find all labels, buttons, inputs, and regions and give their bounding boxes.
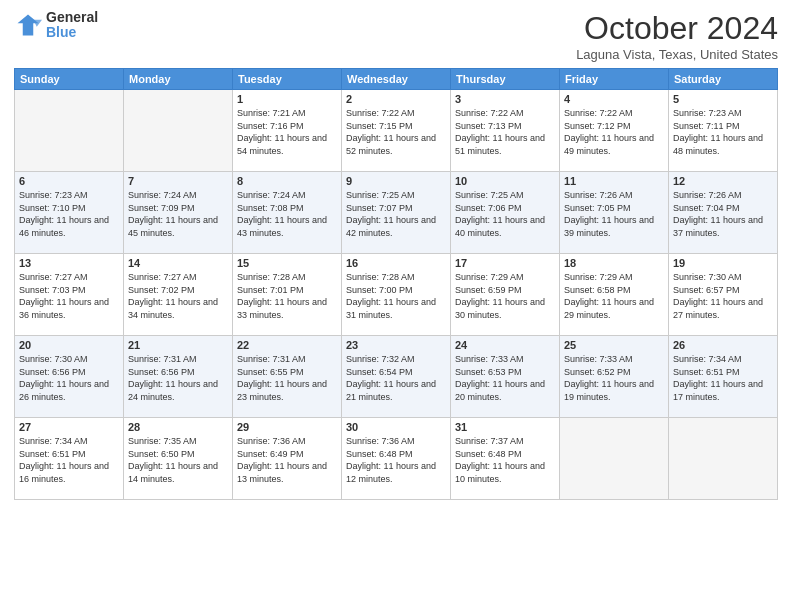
week-row-5: 27Sunrise: 7:34 AMSunset: 6:51 PMDayligh… (15, 418, 778, 500)
calendar-cell: 10Sunrise: 7:25 AMSunset: 7:06 PMDayligh… (451, 172, 560, 254)
day-info: Sunrise: 7:29 AMSunset: 6:58 PMDaylight:… (564, 271, 664, 321)
week-row-3: 13Sunrise: 7:27 AMSunset: 7:03 PMDayligh… (15, 254, 778, 336)
calendar-cell: 12Sunrise: 7:26 AMSunset: 7:04 PMDayligh… (669, 172, 778, 254)
day-number: 24 (455, 339, 555, 351)
calendar-cell: 20Sunrise: 7:30 AMSunset: 6:56 PMDayligh… (15, 336, 124, 418)
day-info: Sunrise: 7:23 AMSunset: 7:11 PMDaylight:… (673, 107, 773, 157)
day-number: 15 (237, 257, 337, 269)
day-number: 12 (673, 175, 773, 187)
weekday-header-friday: Friday (560, 69, 669, 90)
location-text: Laguna Vista, Texas, United States (576, 47, 778, 62)
day-info: Sunrise: 7:26 AMSunset: 7:05 PMDaylight:… (564, 189, 664, 239)
calendar-cell: 18Sunrise: 7:29 AMSunset: 6:58 PMDayligh… (560, 254, 669, 336)
weekday-header-saturday: Saturday (669, 69, 778, 90)
day-number: 31 (455, 421, 555, 433)
calendar-cell: 6Sunrise: 7:23 AMSunset: 7:10 PMDaylight… (15, 172, 124, 254)
calendar-cell: 19Sunrise: 7:30 AMSunset: 6:57 PMDayligh… (669, 254, 778, 336)
weekday-header-monday: Monday (124, 69, 233, 90)
month-title: October 2024 (576, 10, 778, 47)
calendar-cell: 7Sunrise: 7:24 AMSunset: 7:09 PMDaylight… (124, 172, 233, 254)
day-info: Sunrise: 7:36 AMSunset: 6:48 PMDaylight:… (346, 435, 446, 485)
day-number: 21 (128, 339, 228, 351)
logo-text: General Blue (46, 10, 98, 41)
calendar-cell: 26Sunrise: 7:34 AMSunset: 6:51 PMDayligh… (669, 336, 778, 418)
calendar-cell (669, 418, 778, 500)
calendar-cell (560, 418, 669, 500)
svg-marker-0 (18, 15, 39, 36)
day-info: Sunrise: 7:37 AMSunset: 6:48 PMDaylight:… (455, 435, 555, 485)
day-number: 27 (19, 421, 119, 433)
weekday-header-thursday: Thursday (451, 69, 560, 90)
logo-icon (14, 11, 42, 39)
day-info: Sunrise: 7:27 AMSunset: 7:03 PMDaylight:… (19, 271, 119, 321)
header: General Blue October 2024 Laguna Vista, … (14, 10, 778, 62)
day-number: 29 (237, 421, 337, 433)
day-info: Sunrise: 7:31 AMSunset: 6:56 PMDaylight:… (128, 353, 228, 403)
day-number: 19 (673, 257, 773, 269)
calendar-cell: 23Sunrise: 7:32 AMSunset: 6:54 PMDayligh… (342, 336, 451, 418)
day-info: Sunrise: 7:24 AMSunset: 7:09 PMDaylight:… (128, 189, 228, 239)
day-info: Sunrise: 7:30 AMSunset: 6:56 PMDaylight:… (19, 353, 119, 403)
weekday-header-row: SundayMondayTuesdayWednesdayThursdayFrid… (15, 69, 778, 90)
day-number: 8 (237, 175, 337, 187)
day-info: Sunrise: 7:25 AMSunset: 7:06 PMDaylight:… (455, 189, 555, 239)
day-info: Sunrise: 7:28 AMSunset: 7:01 PMDaylight:… (237, 271, 337, 321)
day-info: Sunrise: 7:33 AMSunset: 6:52 PMDaylight:… (564, 353, 664, 403)
calendar-cell: 3Sunrise: 7:22 AMSunset: 7:13 PMDaylight… (451, 90, 560, 172)
day-info: Sunrise: 7:22 AMSunset: 7:12 PMDaylight:… (564, 107, 664, 157)
calendar-table: SundayMondayTuesdayWednesdayThursdayFrid… (14, 68, 778, 500)
day-number: 25 (564, 339, 664, 351)
week-row-2: 6Sunrise: 7:23 AMSunset: 7:10 PMDaylight… (15, 172, 778, 254)
day-number: 9 (346, 175, 446, 187)
day-info: Sunrise: 7:35 AMSunset: 6:50 PMDaylight:… (128, 435, 228, 485)
calendar-cell: 15Sunrise: 7:28 AMSunset: 7:01 PMDayligh… (233, 254, 342, 336)
week-row-4: 20Sunrise: 7:30 AMSunset: 6:56 PMDayligh… (15, 336, 778, 418)
day-number: 26 (673, 339, 773, 351)
day-number: 14 (128, 257, 228, 269)
day-number: 6 (19, 175, 119, 187)
calendar-cell: 28Sunrise: 7:35 AMSunset: 6:50 PMDayligh… (124, 418, 233, 500)
calendar-cell: 2Sunrise: 7:22 AMSunset: 7:15 PMDaylight… (342, 90, 451, 172)
calendar-cell: 4Sunrise: 7:22 AMSunset: 7:12 PMDaylight… (560, 90, 669, 172)
day-number: 5 (673, 93, 773, 105)
day-number: 22 (237, 339, 337, 351)
logo: General Blue (14, 10, 98, 41)
calendar-cell: 27Sunrise: 7:34 AMSunset: 6:51 PMDayligh… (15, 418, 124, 500)
day-number: 3 (455, 93, 555, 105)
day-info: Sunrise: 7:34 AMSunset: 6:51 PMDaylight:… (673, 353, 773, 403)
day-info: Sunrise: 7:30 AMSunset: 6:57 PMDaylight:… (673, 271, 773, 321)
day-number: 17 (455, 257, 555, 269)
day-info: Sunrise: 7:26 AMSunset: 7:04 PMDaylight:… (673, 189, 773, 239)
calendar-cell: 16Sunrise: 7:28 AMSunset: 7:00 PMDayligh… (342, 254, 451, 336)
day-info: Sunrise: 7:25 AMSunset: 7:07 PMDaylight:… (346, 189, 446, 239)
calendar-cell: 25Sunrise: 7:33 AMSunset: 6:52 PMDayligh… (560, 336, 669, 418)
day-info: Sunrise: 7:21 AMSunset: 7:16 PMDaylight:… (237, 107, 337, 157)
day-info: Sunrise: 7:29 AMSunset: 6:59 PMDaylight:… (455, 271, 555, 321)
day-number: 13 (19, 257, 119, 269)
weekday-header-tuesday: Tuesday (233, 69, 342, 90)
weekday-header-wednesday: Wednesday (342, 69, 451, 90)
day-info: Sunrise: 7:28 AMSunset: 7:00 PMDaylight:… (346, 271, 446, 321)
calendar-cell: 9Sunrise: 7:25 AMSunset: 7:07 PMDaylight… (342, 172, 451, 254)
day-number: 16 (346, 257, 446, 269)
logo-blue-text: Blue (46, 25, 98, 40)
day-number: 1 (237, 93, 337, 105)
calendar-cell: 1Sunrise: 7:21 AMSunset: 7:16 PMDaylight… (233, 90, 342, 172)
weekday-header-sunday: Sunday (15, 69, 124, 90)
day-info: Sunrise: 7:32 AMSunset: 6:54 PMDaylight:… (346, 353, 446, 403)
calendar-cell: 11Sunrise: 7:26 AMSunset: 7:05 PMDayligh… (560, 172, 669, 254)
day-info: Sunrise: 7:24 AMSunset: 7:08 PMDaylight:… (237, 189, 337, 239)
day-number: 11 (564, 175, 664, 187)
day-info: Sunrise: 7:33 AMSunset: 6:53 PMDaylight:… (455, 353, 555, 403)
page: General Blue October 2024 Laguna Vista, … (0, 0, 792, 612)
day-info: Sunrise: 7:34 AMSunset: 6:51 PMDaylight:… (19, 435, 119, 485)
day-number: 28 (128, 421, 228, 433)
day-number: 10 (455, 175, 555, 187)
week-row-1: 1Sunrise: 7:21 AMSunset: 7:16 PMDaylight… (15, 90, 778, 172)
day-number: 23 (346, 339, 446, 351)
day-number: 2 (346, 93, 446, 105)
day-info: Sunrise: 7:31 AMSunset: 6:55 PMDaylight:… (237, 353, 337, 403)
day-info: Sunrise: 7:22 AMSunset: 7:15 PMDaylight:… (346, 107, 446, 157)
logo-general-text: General (46, 10, 98, 25)
day-info: Sunrise: 7:27 AMSunset: 7:02 PMDaylight:… (128, 271, 228, 321)
